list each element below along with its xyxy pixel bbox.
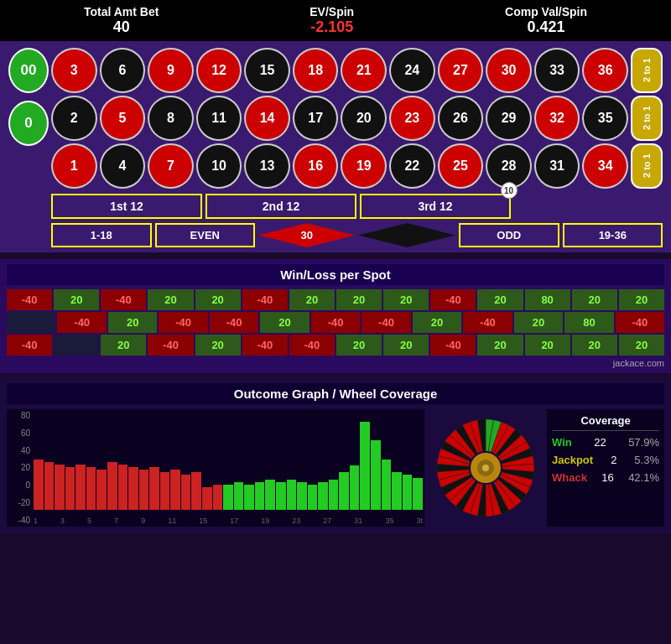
number-cell-6[interactable]: 6	[100, 48, 146, 93]
number-cell-16[interactable]: 16	[293, 143, 339, 189]
two-to-one-mid[interactable]: 2 to 1	[631, 96, 663, 141]
ev-spin-label: EV/Spin	[309, 5, 354, 18]
table-container: 00 0 36912151821242730333625811141720232…	[8, 48, 663, 189]
bet-1-18[interactable]: 1-18	[51, 223, 152, 247]
win-pct: 57.9%	[628, 436, 659, 449]
number-cell-35[interactable]: 35	[582, 96, 628, 141]
bar-31	[360, 422, 370, 510]
dozens-row: 1st 12 2nd 12 3rd 12	[8, 194, 663, 219]
number-cell-26[interactable]: 26	[438, 96, 484, 141]
wl-cell-0-8: 20	[383, 289, 429, 310]
wl-cell-2-11: 20	[525, 335, 570, 356]
number-cell-24[interactable]: 24	[389, 48, 435, 93]
number-cell-25[interactable]: 25	[438, 143, 484, 189]
y-20: 20	[8, 463, 30, 472]
outcome-section: Outcome Graph / Wheel Coverage 80 60 40 …	[0, 378, 671, 533]
bet-black[interactable]	[359, 223, 456, 247]
bet-odd[interactable]: ODD	[459, 223, 559, 247]
bar-19	[234, 482, 244, 510]
number-cell-13[interactable]: 13	[244, 143, 290, 189]
wl-cell-0-3: 20	[148, 289, 193, 310]
number-cell-30[interactable]: 30	[486, 48, 532, 93]
bet-even[interactable]: EVEN	[155, 223, 256, 247]
number-cell-23[interactable]: 23	[389, 96, 435, 141]
wl-cell-1-9: -40	[463, 312, 512, 333]
whack-pct: 42.1%	[628, 471, 659, 484]
bar-8	[118, 465, 128, 510]
number-cell-3[interactable]: 3	[51, 48, 97, 93]
bar-16	[202, 487, 212, 510]
bar-11	[149, 467, 159, 510]
total-amt-bet-col: Total Amt Bet 40	[84, 5, 159, 36]
bar-10	[139, 470, 149, 510]
number-cell-28[interactable]: 2810	[486, 143, 532, 189]
number-cell-8[interactable]: 8	[148, 96, 194, 141]
number-cell-1[interactable]: 1	[51, 143, 97, 189]
bar-1	[44, 462, 55, 510]
number-cell-19[interactable]: 19	[341, 143, 387, 189]
number-cell-32[interactable]: 32	[534, 96, 580, 141]
wl-cell-0-13: 20	[619, 289, 664, 310]
number-cell-20[interactable]: 20	[341, 96, 387, 141]
bar-21	[255, 482, 265, 510]
number-cell-21[interactable]: 21	[341, 48, 387, 93]
number-cell-12[interactable]: 12	[196, 48, 242, 93]
wl-cell-2-5: -40	[242, 335, 288, 356]
zero-column: 00 0	[8, 48, 49, 189]
single-zero[interactable]: 0	[8, 101, 49, 146]
y-axis: 80 60 40 20 0 -20 -40	[7, 409, 32, 527]
wl-cell-1-12: -40	[616, 312, 664, 333]
number-cell-9[interactable]: 9	[148, 48, 194, 93]
bar-2	[55, 465, 65, 510]
double-zero[interactable]: 00	[8, 48, 49, 93]
number-cell-22[interactable]: 22	[389, 143, 435, 189]
wl-cell-2-1	[54, 335, 99, 356]
number-cell-36[interactable]: 36	[582, 48, 628, 93]
wl-cell-2-3: -40	[148, 335, 193, 356]
bar-12	[160, 472, 170, 510]
bet-19-36[interactable]: 19-36	[563, 223, 663, 247]
first-dozen[interactable]: 1st 12	[51, 194, 202, 219]
number-cell-4[interactable]: 4	[100, 143, 146, 189]
number-cell-10[interactable]: 10	[196, 143, 242, 189]
number-cell-18[interactable]: 18	[293, 48, 339, 93]
wl-cell-1-10: 20	[514, 312, 563, 333]
number-cell-5[interactable]: 5	[100, 96, 146, 141]
bar-34	[392, 472, 402, 510]
number-cell-15[interactable]: 15	[244, 48, 290, 93]
third-dozen[interactable]: 3rd 12	[360, 194, 511, 219]
number-cell-29[interactable]: 29	[486, 96, 532, 141]
bar-26	[308, 485, 318, 510]
bar-14	[181, 475, 191, 510]
win-label: Win	[552, 436, 572, 449]
two-to-one-bot[interactable]: 2 to 1	[631, 143, 663, 189]
number-cell-17[interactable]: 17	[293, 96, 339, 141]
wl-cell-2-10: 20	[477, 335, 523, 356]
number-cell-14[interactable]: 14	[244, 96, 290, 141]
number-cell-11[interactable]: 11	[196, 96, 242, 141]
two-to-one-top[interactable]: 2 to 1	[631, 48, 663, 93]
wl-cell-0-7: 20	[336, 289, 382, 310]
number-cell-2[interactable]: 2	[51, 96, 97, 141]
outcome-content: 80 60 40 20 0 -20 -40 1 3 5 7 9 11 15 17…	[7, 409, 664, 527]
second-dozen[interactable]: 2nd 12	[205, 194, 356, 219]
roulette-wheel	[435, 418, 536, 518]
wl-cell-2-13: 20	[619, 335, 664, 356]
winloss-row-0: -4020-402020-40202020-4020802020	[7, 289, 664, 310]
number-cell-7[interactable]: 7	[148, 143, 194, 189]
bottom-bets: 1st 12 2nd 12 3rd 12 1-18 EVEN 30 ODD 19…	[8, 194, 663, 247]
bet-red[interactable]: 30	[258, 223, 356, 247]
wl-cell-1-4: -40	[210, 312, 258, 333]
bar-6	[96, 470, 107, 510]
number-cell-27[interactable]: 27	[438, 48, 484, 93]
wheel-hub-inner	[482, 465, 489, 471]
number-cell-31[interactable]: 31	[534, 143, 580, 189]
y-40: 40	[8, 446, 30, 455]
wl-cell-0-1: 20	[54, 289, 99, 310]
number-cell-34[interactable]: 34	[582, 143, 628, 189]
wl-cell-0-10: 20	[477, 289, 523, 310]
whack-label: Whack	[552, 471, 587, 484]
number-cell-33[interactable]: 33	[534, 48, 580, 93]
bar-3	[65, 467, 75, 510]
wl-cell-0-11: 80	[525, 289, 570, 310]
